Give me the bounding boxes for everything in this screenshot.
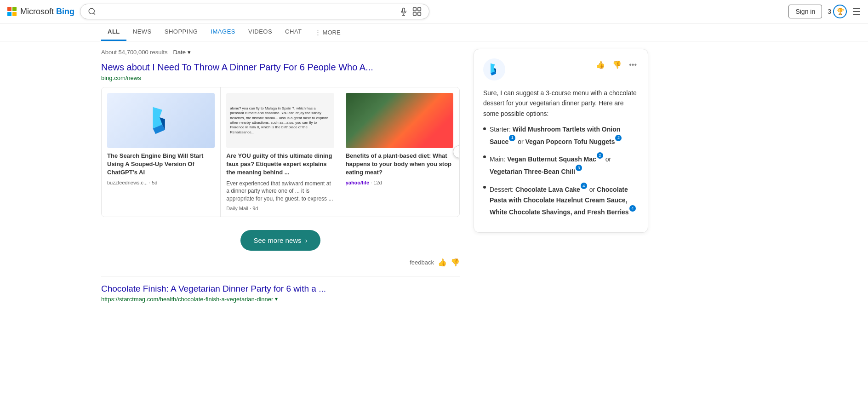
logo-area: Microsoft Bing [7,7,74,17]
news-card-1-source: buzzfeednews.c... · 5d [107,180,215,185]
second-result-title[interactable]: Chocolate Finish: A Vegetarian Dinner Pa… [101,284,460,294]
thumbs-up-feedback-icon[interactable]: 👍 [438,258,447,267]
more-label: MORE [323,29,341,36]
svg-rect-6 [418,8,421,11]
divider [101,276,460,276]
hamburger-button[interactable]: ☰ [852,6,861,17]
svg-line-1 [94,13,95,14]
bullet-dot-2 [483,155,486,158]
news-card-1-image [107,93,215,148]
sup-badge-5: 4 [581,183,587,189]
bullet-dot-1 [483,127,486,130]
right-panel: 👍 👎 ••• Sure, I can suggest a 3-course m… [474,49,648,303]
news-card-2-source: Daily Mail · 9d [226,206,334,211]
arrow-right-icon: › [305,236,308,244]
url-expand-icon[interactable]: ▾ [275,296,278,302]
points-count: 3 [828,8,831,15]
nav-tabs: ALL NEWS SHOPPING IMAGES VIDEOS CHAT ⋮ M… [0,23,868,41]
news-card-2-headline: Are YOU guilty of this ultimate dining f… [226,152,334,177]
ai-bullet-starter-text: Starter: Wild Mushroom Tartlets with Oni… [490,124,639,147]
svg-point-0 [89,8,94,14]
visual-search-button[interactable] [412,7,422,16]
news-cards-container: The Search Engine Bing Will Start Using … [101,87,460,217]
tab-chat[interactable]: CHAT [279,23,308,41]
trophy-icon: 🏆 [833,5,847,18]
left-panel: About 54,700,000 results Date ▾ News abo… [101,49,460,303]
results-count-text: About 54,700,000 results [101,49,168,56]
bing-b-icon [487,62,502,77]
thumbs-down-feedback-icon[interactable]: 👎 [451,258,460,267]
points-badge: 3 🏆 [828,5,847,18]
search-icon [88,7,96,16]
date-filter-button[interactable]: Date ▾ [173,49,191,56]
svg-rect-5 [413,8,417,11]
sup-badge-1: 1 [509,135,515,141]
sign-in-button[interactable]: Sign in [788,5,822,18]
tab-shopping[interactable]: SHOPPING [158,23,205,41]
see-more-news-label: See more news [253,236,301,244]
news-card-1-headline: The Search Engine Bing Will Start Using … [107,152,215,177]
svg-rect-7 [413,12,417,16]
microsoft-logo [7,7,17,16]
news-card-3-source: yahoo/life · 12d [346,180,453,185]
ai-bullet-main: Main: Vegan Butternut Squash Mac2 or Veg… [483,152,639,177]
more-menu[interactable]: ⋮ MORE [308,24,347,40]
news-card-3[interactable]: Benefits of a plant-based diet: What hap… [340,87,459,217]
sup-badge-6: 4 [629,205,636,212]
tab-news[interactable]: NEWS [126,23,158,41]
bing-logo-image [145,104,177,137]
tab-all[interactable]: ALL [101,23,126,41]
search-actions [400,7,422,16]
results-count-area: About 54,700,000 results Date ▾ [101,49,460,56]
camera-icon [412,7,422,16]
thumbs-down-button[interactable]: 👎 [611,58,623,71]
search-bar: I need to throw a dinner party for 6 peo… [80,4,429,19]
second-result: Chocolate Finish: A Vegetarian Dinner Pa… [101,284,460,303]
logo-sq-green [12,7,17,11]
news-card-2[interactable]: alone? you can fly to Malaga in Spain 7,… [221,87,340,217]
search-input[interactable]: I need to throw a dinner party for 6 peo… [101,8,400,16]
news-card-1[interactable]: The Search Engine Bing Will Start Using … [102,87,221,217]
feedback-row: feedback 👍 👎 [101,258,460,267]
ai-bullet-main-text: Main: Vegan Butternut Squash Mac2 or Veg… [490,152,639,177]
tab-videos[interactable]: VIDEOS [242,23,279,41]
logo-sq-blue [7,12,11,16]
brand-name: Microsoft Bing [20,7,74,17]
ai-bullet-dessert: Dessert: Chocolate Lava Cake4 or Chocola… [483,183,639,218]
logo-sq-yellow [12,12,17,16]
see-more-wrapper: See more news › [101,223,460,258]
sup-badge-3: 2 [597,152,603,159]
chevron-down-icon: ▾ [188,49,191,56]
svg-rect-8 [418,12,421,16]
news-section-title[interactable]: News about I Need To Throw A Dinner Part… [101,62,460,73]
bullet-dot-3 [483,186,486,189]
news-card-3-headline: Benefits of a plant-based diet: What hap… [346,152,453,177]
bing-ai-logo [483,58,505,80]
ai-card-actions: 👍 👎 ••• [594,58,639,71]
ai-answer-card: 👍 👎 ••• Sure, I can suggest a 3-course m… [474,49,648,233]
ai-content: Sure, I can suggest a 3-course menu with… [483,88,639,218]
second-result-url: https://starctmag.com/health/chocolate-f… [101,296,460,303]
news-card-2-snippet: Ever experienced that awkward moment at … [226,180,334,203]
logo-sq-red [7,7,11,11]
ai-bullet-dessert-text: Dessert: Chocolate Lava Cake4 or Chocola… [490,183,639,218]
tab-images[interactable]: IMAGES [204,23,242,41]
header-right: Sign in 3 🏆 ☰ [788,5,861,18]
thumbs-up-button[interactable]: 👍 [594,58,607,71]
see-more-news-button[interactable]: See more news › [240,230,320,251]
news-card-2-image: alone? you can fly to Malaga in Spain 7,… [226,93,334,148]
more-dots-icon: ⋮ [315,29,321,36]
ai-bullet-starter: Starter: Wild Mushroom Tartlets with Oni… [483,124,639,147]
sup-badge-2: 2 [615,135,622,141]
svg-rect-2 [403,8,405,12]
sup-badge-4: 3 [576,165,582,171]
news-section: News about I Need To Throw A Dinner Part… [101,62,460,267]
news-card-3-image [346,93,453,148]
ai-card-header: 👍 👎 ••• [483,58,639,80]
microphone-button[interactable] [400,7,408,16]
more-options-button[interactable]: ••• [627,59,639,71]
feedback-label: feedback [410,259,434,266]
ai-intro-text: Sure, I can suggest a 3-course menu with… [483,88,639,119]
news-source: bing.com/news [101,75,460,81]
microphone-icon [400,7,408,16]
